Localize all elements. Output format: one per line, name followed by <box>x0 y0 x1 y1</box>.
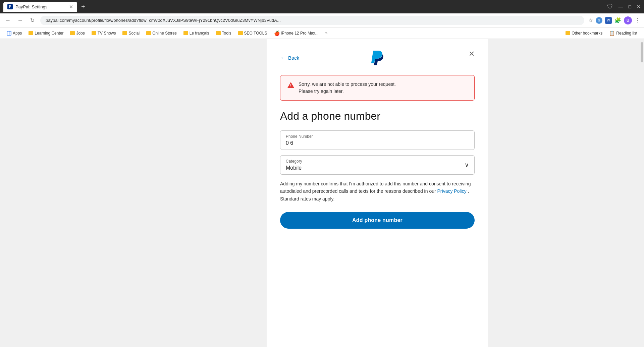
scrollbar[interactable] <box>640 39 644 347</box>
folder-icon <box>216 31 221 35</box>
folder-icon <box>70 31 75 35</box>
grammarly-icon: G <box>596 17 602 24</box>
folder-icon <box>92 31 96 35</box>
paypal-logo <box>371 50 384 66</box>
privacy-policy-link[interactable]: Privacy Policy <box>437 188 467 194</box>
browser-title-bar: P PayPal: Settings ✕ + 🛡 — □ ✕ <box>0 0 644 13</box>
error-text: Sorry, we are not able to process your r… <box>299 81 396 95</box>
bookmark-tools-label: Tools <box>222 31 231 36</box>
bookmark-tvshows-label: TV Shows <box>98 31 116 36</box>
reading-list-icon: 📋 <box>609 31 615 36</box>
bookmark-le-francais-label: Le français <box>190 31 209 36</box>
bookmark-learning-center-label: Learning Center <box>35 31 63 36</box>
bookmarks-separator <box>333 31 333 36</box>
address-bar-actions: ☆ G W 🧩 U ⋮ <box>588 16 640 24</box>
back-link[interactable]: ← Back <box>280 54 299 61</box>
bookmark-online-stores-label: Online Stores <box>152 31 177 36</box>
maximize-button[interactable]: □ <box>629 4 631 9</box>
modal-card: ← Back ✕ Sorry, we are not able to proce… <box>267 39 488 347</box>
apps-grid-icon <box>7 31 11 36</box>
scrollbar-thumb[interactable] <box>641 42 643 62</box>
error-line2: Please try again later. <box>299 89 344 94</box>
folder-icon <box>146 31 151 35</box>
bookmark-social-label: Social <box>128 31 140 36</box>
bookmark-iphone-label: iPhone 12 Pro Max... <box>281 31 319 36</box>
error-triangle-icon <box>287 81 294 89</box>
window-controls: 🛡 — □ ✕ <box>607 3 641 10</box>
forward-nav-button[interactable]: → <box>16 17 24 23</box>
back-link-label: Back <box>288 55 299 61</box>
modal-header: ← Back ✕ <box>280 50 475 66</box>
tab-title: PayPal: Settings <box>15 4 66 9</box>
folder-icon <box>183 31 188 35</box>
extensions-button[interactable]: 🧩 <box>614 17 621 23</box>
address-bar: ← → ↻ ☆ G W 🧩 U ⋮ <box>0 13 644 27</box>
bookmark-reading-list-label: Reading list <box>616 31 637 36</box>
bookmarks-right-section: Other bookmarks 📋 Reading list <box>563 29 640 37</box>
bookmark-social[interactable]: Social <box>120 30 142 37</box>
bookmarks-bar: Apps Learning Center Jobs TV Shows Socia… <box>0 27 644 39</box>
back-nav-button[interactable]: ← <box>4 17 12 23</box>
bookmark-seo-tools[interactable]: SEO TOOLS <box>235 30 270 37</box>
category-content: Category Mobile <box>286 159 302 171</box>
bookmark-apps-label: Apps <box>13 31 22 36</box>
profile-avatar[interactable]: U <box>624 16 632 24</box>
extension-icon: W <box>605 17 612 24</box>
page-content: ← Back ✕ Sorry, we are not able to proce… <box>0 39 644 347</box>
folder-icon <box>122 31 127 35</box>
bookmark-tvshows[interactable]: TV Shows <box>89 30 119 37</box>
bookmark-online-stores[interactable]: Online Stores <box>144 30 179 37</box>
phone-number-label: Phone Number <box>286 134 469 139</box>
consent-text: Adding my number confirms that I'm autho… <box>280 180 475 203</box>
category-label: Category <box>286 159 302 164</box>
bookmark-seo-tools-label: SEO TOOLS <box>244 31 267 36</box>
add-phone-number-button[interactable]: Add phone number <box>280 212 475 229</box>
star-icon[interactable]: ☆ <box>588 17 593 23</box>
close-button[interactable]: ✕ <box>637 4 641 9</box>
more-bookmarks-button[interactable]: » <box>323 30 330 37</box>
bookmark-reading-list[interactable]: 📋 Reading list <box>606 29 640 37</box>
new-tab-button[interactable]: + <box>81 3 85 11</box>
bookmark-apps[interactable]: Apps <box>4 30 24 37</box>
bookmark-learning-center[interactable]: Learning Center <box>26 30 66 37</box>
tab-close-button[interactable]: ✕ <box>69 4 73 9</box>
close-modal-button[interactable]: ✕ <box>469 50 475 58</box>
bookmark-tools[interactable]: Tools <box>213 30 234 37</box>
minimize-button[interactable]: — <box>619 4 623 9</box>
security-icon: 🛡 <box>607 3 613 10</box>
error-banner: Sorry, we are not able to process your r… <box>280 75 475 101</box>
chevron-down-icon: ∨ <box>465 161 469 169</box>
page-title: Add a phone number <box>280 110 475 122</box>
category-value: Mobile <box>286 165 302 171</box>
bookmark-le-francais[interactable]: Le français <box>181 30 212 37</box>
folder-icon <box>29 31 33 35</box>
tab-favicon: P <box>7 4 13 9</box>
bookmark-jobs[interactable]: Jobs <box>67 30 87 37</box>
left-sidebar <box>156 39 267 347</box>
refresh-button[interactable]: ↻ <box>28 17 36 23</box>
apple-icon: 🍎 <box>274 31 280 36</box>
phone-number-value: 0 6 <box>286 140 469 146</box>
folder-icon <box>238 31 243 35</box>
bookmark-iphone[interactable]: 🍎 iPhone 12 Pro Max... <box>271 29 321 37</box>
svg-point-0 <box>290 86 291 87</box>
bookmark-other-label: Other bookmarks <box>572 31 602 36</box>
back-arrow-icon: ← <box>280 54 286 61</box>
bookmark-jobs-label: Jobs <box>76 31 85 36</box>
error-line1: Sorry, we are not able to process your r… <box>299 81 396 87</box>
bookmark-other[interactable]: Other bookmarks <box>563 30 605 37</box>
browser-tab[interactable]: P PayPal: Settings ✕ <box>3 2 77 12</box>
url-input[interactable] <box>40 16 584 25</box>
folder-icon <box>566 31 570 35</box>
menu-button[interactable]: ⋮ <box>635 17 640 23</box>
category-field[interactable]: Category Mobile ∨ <box>280 155 475 175</box>
phone-number-field[interactable]: Phone Number 0 6 <box>280 130 475 150</box>
